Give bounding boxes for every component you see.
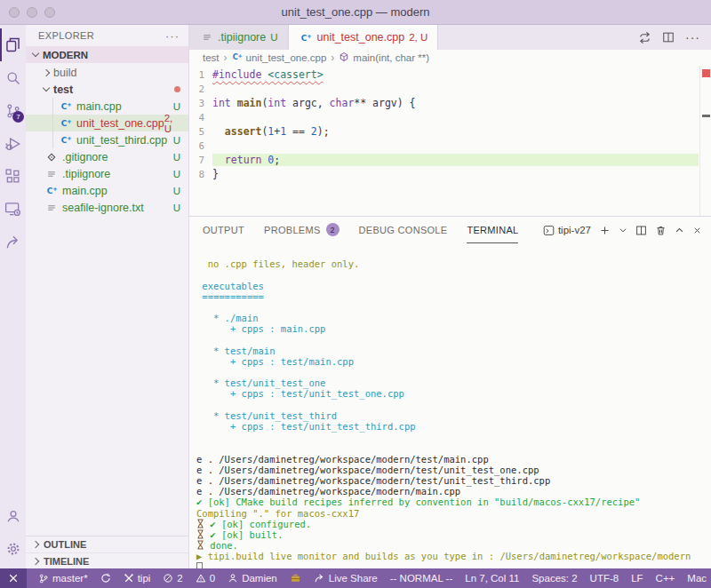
cpp-icon: C+ (300, 32, 313, 44)
svg-text:+: + (307, 33, 311, 40)
git-status-badge: U (173, 203, 180, 213)
split-editor-icon[interactable] (662, 31, 675, 44)
status-label: tipi (138, 573, 151, 584)
terminal-output[interactable]: no .cpp files, header only. executables … (189, 243, 711, 568)
sync-icon (100, 573, 111, 584)
item-label: seafile-ignore.txt (62, 202, 144, 214)
timeline-section[interactable]: TIMELINE (26, 552, 188, 568)
open-changes-icon[interactable] (638, 31, 651, 44)
status-item-sync-icon[interactable] (94, 573, 117, 584)
status-item-damien[interactable]: Damien (221, 573, 284, 584)
item-label: main.cpp (76, 100, 122, 113)
breadcrumb-symbol[interactable]: main(int, char **) (339, 52, 429, 64)
explorer-item-seafile-ignore-txt[interactable]: seafile-ignore.txtU (26, 199, 188, 216)
code-line-5[interactable]: 5 assert(1+1 == 2); (189, 124, 711, 139)
remote-explorer-icon[interactable] (0, 193, 26, 226)
code-line-6[interactable]: 6 (189, 139, 711, 153)
explorer-item-build[interactable]: build (26, 64, 188, 81)
explorer-item-unit-test-one-cpp[interactable]: C+unit_test_one.cpp2, U (26, 115, 188, 131)
cpp-icon: C+ (45, 185, 58, 196)
status-item-spaces-2[interactable]: Spaces: 2 (525, 573, 583, 584)
indent-guide (52, 98, 53, 115)
status-item-briefcase-icon[interactable] (284, 573, 308, 584)
breadcrumb-folder[interactable]: test (203, 52, 220, 63)
new-terminal-icon[interactable] (599, 225, 611, 236)
more-actions-icon[interactable]: ··· (685, 30, 700, 44)
close-window-button[interactable] (9, 7, 20, 18)
list-icon (201, 32, 213, 43)
maximize-panel-icon[interactable] (675, 226, 684, 235)
code-line-3[interactable]: 3int main(int argc, char** argv) { (189, 96, 711, 110)
workspace-section-header[interactable]: MODERN (26, 46, 188, 63)
code-line-7[interactable]: 7 return 0; (189, 153, 711, 167)
close-panel-icon[interactable] (692, 226, 702, 235)
status-item-0[interactable]: 0 (189, 573, 221, 584)
minimize-window-button[interactable] (27, 7, 37, 18)
line-number: 4 (189, 112, 212, 123)
error-icon (163, 573, 173, 584)
warning-icon (196, 573, 206, 584)
explorer-more-actions-button[interactable]: ··· (165, 29, 180, 43)
source-control-icon[interactable]: 7 (0, 94, 26, 127)
briefcase-icon (290, 573, 301, 584)
explorer-icon[interactable] (0, 28, 26, 61)
panel-tab-label: TERMINAL (467, 225, 518, 235)
git-status-badge: U (173, 169, 180, 179)
status-item-tipi[interactable]: tipi (117, 573, 157, 584)
line-number: 7 (189, 155, 212, 166)
explorer-item--tipiignore[interactable]: .tipiignoreU (26, 165, 188, 182)
explorer-item-unit-test-third-cpp[interactable]: C+unit_test_third.cppU (26, 131, 188, 148)
status-item-ln-7-col-11[interactable]: Ln 7, Col 11 (459, 573, 525, 584)
remote-indicator[interactable] (0, 568, 27, 588)
extensions-icon[interactable] (0, 160, 26, 193)
panel-tab-label: PROBLEMS (264, 225, 321, 235)
chevron-down-icon[interactable] (619, 226, 627, 234)
breadcrumb-file[interactable]: C+ unit_test_one.cpp (232, 52, 327, 64)
terminal-picker[interactable]: tipi-v27 (543, 225, 591, 236)
terminal-line: executables (196, 281, 711, 291)
live-share-icon[interactable] (0, 226, 26, 258)
split-terminal-icon[interactable] (635, 225, 647, 236)
status-item--normal-[interactable]: -- NORMAL -- (384, 573, 459, 584)
outline-section[interactable]: OUTLINE (26, 536, 188, 552)
status-item-2[interactable]: 2 (156, 573, 188, 584)
status-item-live-share[interactable]: Live Share (308, 573, 384, 584)
svg-text:+: + (52, 186, 57, 193)
zoom-window-button[interactable] (44, 7, 55, 18)
explorer-item--gitignore[interactable]: .gitignoreU (26, 148, 188, 165)
code-line-1[interactable]: 1#include <cassert> (189, 68, 711, 82)
explorer-item-test[interactable]: test (26, 81, 188, 98)
chevron-right-icon (32, 557, 39, 564)
terminal-line: + cpps : test/unit_test_third.cpp (196, 421, 711, 432)
status-item-master-[interactable]: master* (32, 573, 94, 584)
status-item-mac[interactable]: Mac (681, 573, 711, 584)
panel-tab-problems[interactable]: PROBLEMS2 (264, 217, 340, 243)
tab-tipiignore[interactable]: .tipiignore U (189, 25, 289, 50)
code-line-2[interactable]: 2 (189, 82, 711, 96)
panel-tab-terminal[interactable]: TERMINAL (467, 217, 518, 243)
status-item-lf[interactable]: LF (625, 573, 649, 584)
panel-tab-output[interactable]: OUTPUT (203, 217, 244, 243)
explorer-item-main-cpp[interactable]: C+main.cppU (26, 182, 188, 199)
kill-terminal-icon[interactable] (655, 225, 667, 236)
tab-unit-test-one[interactable]: C+ unit_test_one.cpp 2, U (289, 25, 439, 50)
line-content: assert(1+1 == 2); (212, 125, 699, 138)
editor-group: .tipiignore U C+ unit_test_one.cpp 2, U … (189, 25, 711, 568)
code-line-8[interactable]: 8} (189, 167, 711, 181)
settings-icon[interactable] (0, 532, 26, 565)
terminal-line: no .cpp files, header only. (196, 258, 711, 269)
panel-tab-debug-console[interactable]: DEBUG CONSOLE (359, 217, 448, 243)
terminal-line (196, 248, 711, 258)
cpp-icon: C+ (60, 134, 72, 146)
search-icon[interactable] (0, 61, 26, 94)
activity-bar: 7 (0, 25, 26, 568)
status-item-c++[interactable]: C++ (650, 573, 682, 584)
status-item-utf-8[interactable]: UTF-8 (584, 573, 626, 584)
terminal-line: ▶ tipi.build live monitor and builds as … (196, 551, 711, 561)
code-line-4[interactable]: 4 (189, 110, 711, 124)
account-icon[interactable] (0, 499, 26, 532)
code-editor[interactable]: 1#include <cassert>23int main(int argc, … (189, 66, 711, 216)
timeline-label: TIMELINE (44, 556, 89, 567)
svg-text:+: + (67, 101, 71, 108)
run-debug-icon[interactable] (0, 127, 26, 160)
